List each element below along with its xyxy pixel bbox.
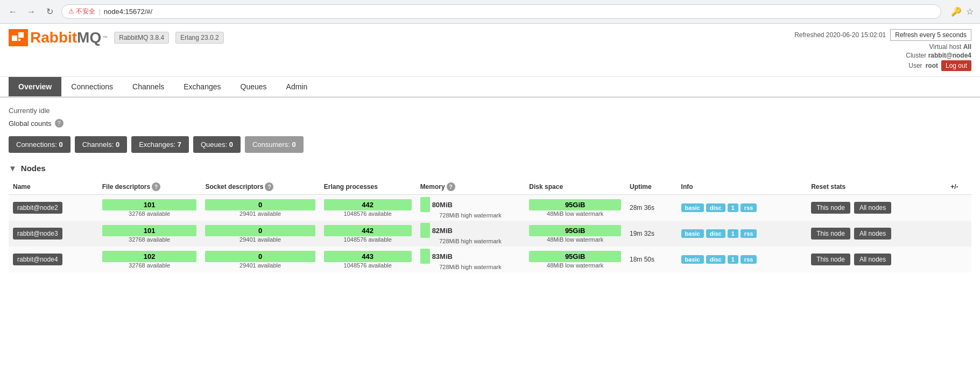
browser-chrome: ← → ↻ ⚠ 不安全 | node4:15672/#/ 🔑 ☆ xyxy=(0,0,980,24)
reset-btns: This node All nodes xyxy=(811,254,942,265)
memory-help-icon[interactable]: ? xyxy=(447,182,455,191)
socket-descriptors-cell: 0 29401 available xyxy=(201,195,319,221)
memory-value: 80MiB xyxy=(432,201,453,209)
cluster-row: Cluster rabbit@node4 xyxy=(794,52,971,59)
reset-this-node-button[interactable]: This node xyxy=(811,254,850,265)
erlang-processes-value: 442 xyxy=(324,225,412,236)
info-badges: basicdisc1rss xyxy=(681,255,803,264)
erlang-processes-cell: 442 1048576 available xyxy=(320,221,416,247)
memory-bar-wrap: 80MiB xyxy=(420,197,521,212)
erlang-version-badge: Erlang 23.0.2 xyxy=(175,32,223,44)
tab-admin[interactable]: Admin xyxy=(277,77,318,96)
rabbitmq-version-badge: RabbitMQ 3.8.4 xyxy=(114,32,169,44)
user-row: User root Log out xyxy=(794,60,971,71)
queues-count-button[interactable]: Queues: 0 xyxy=(193,136,241,153)
file-descriptors-value: 101 xyxy=(102,225,197,236)
reset-all-nodes-button[interactable]: All nodes xyxy=(854,202,891,214)
memory-bar-wrap: 82MiB xyxy=(420,223,521,238)
uptime-value: 19m 32s xyxy=(630,230,654,237)
file-descriptors-cell: 102 32768 available xyxy=(98,247,201,272)
connections-count-button[interactable]: Connections: 0 xyxy=(9,136,70,153)
erlang-processes-cell: 443 1048576 available xyxy=(320,247,416,272)
memory-bar xyxy=(420,197,430,212)
consumers-count-button[interactable]: Consumers: 0 xyxy=(245,136,304,153)
nodes-section-title: Nodes xyxy=(21,164,46,173)
logo-tm: ™ xyxy=(102,35,108,41)
nodes-section-header: ▼ Nodes xyxy=(9,164,971,173)
forward-button[interactable]: → xyxy=(25,5,38,18)
info-badge: disc xyxy=(706,255,725,264)
node-name-badge: rabbit@node2 xyxy=(13,202,62,214)
info-badge: basic xyxy=(681,255,704,264)
cluster-value: rabbit@node4 xyxy=(928,52,971,59)
collapse-icon[interactable]: ▼ xyxy=(9,164,17,173)
nodes-table: Name File descriptors ? Socket descripto… xyxy=(9,179,971,272)
socket-descriptors-help-icon[interactable]: ? xyxy=(265,182,273,191)
memory-cell: 82MiB 728MiB high watermark xyxy=(416,221,525,247)
reset-this-node-button[interactable]: This node xyxy=(811,202,850,214)
info-badges: basicdisc1rss xyxy=(681,229,803,238)
disk-space-value: 95GiB xyxy=(529,199,621,210)
reset-this-node-button[interactable]: This node xyxy=(811,228,850,240)
cluster-label: Cluster xyxy=(906,52,926,59)
plus-minus-cell xyxy=(946,247,971,272)
th-file-descriptors-label: File descriptors ? xyxy=(102,182,160,191)
reset-stats-cell: This node All nodes xyxy=(807,195,946,221)
star-icon: ☆ xyxy=(966,6,974,17)
virtual-host-label: Virtual host xyxy=(929,43,962,51)
tab-exchanges[interactable]: Exchanges xyxy=(174,77,230,96)
log-out-button[interactable]: Log out xyxy=(941,60,971,71)
plus-minus-cell xyxy=(946,195,971,221)
memory-value: 82MiB xyxy=(432,227,453,235)
refresh-button[interactable]: Refresh every 5 seconds xyxy=(890,29,971,41)
info-badge: rss xyxy=(741,203,757,212)
info-badge: basic xyxy=(681,229,704,238)
address-bar[interactable]: ⚠ 不安全 | node4:15672/#/ xyxy=(61,4,941,19)
top-bar: RabbitMQ™ RabbitMQ 3.8.4 Erlang 23.0.2 R… xyxy=(0,24,980,77)
memory-sub: 728MiB high watermark xyxy=(420,264,521,270)
global-counts-row: Global counts ? xyxy=(9,119,971,128)
info-badge: rss xyxy=(741,229,757,238)
virtual-host-value: All xyxy=(963,43,971,51)
nav-bar: Overview Connections Channels Exchanges … xyxy=(0,77,980,98)
tab-channels[interactable]: Channels xyxy=(123,77,174,96)
key-icon: 🔑 xyxy=(951,6,962,17)
reset-all-nodes-button[interactable]: All nodes xyxy=(854,228,891,240)
erlang-processes-sub: 1048576 available xyxy=(324,262,412,269)
info-badge: 1 xyxy=(728,255,738,264)
virtual-host-row: Virtual host All xyxy=(794,43,971,51)
socket-descriptors-value: 0 xyxy=(205,199,315,210)
erlang-processes-sub: 1048576 available xyxy=(324,210,412,217)
info-badge: rss xyxy=(741,255,757,264)
reset-all-nodes-button[interactable]: All nodes xyxy=(854,254,891,265)
erlang-processes-value: 443 xyxy=(324,251,412,262)
logo-rabbit: Rabbit xyxy=(30,29,77,46)
tab-overview[interactable]: Overview xyxy=(9,77,61,96)
reset-btns: This node All nodes xyxy=(811,228,942,240)
erlang-processes-value: 442 xyxy=(324,199,412,210)
logo-section: RabbitMQ™ RabbitMQ 3.8.4 Erlang 23.0.2 xyxy=(9,29,224,52)
socket-descriptors-value: 0 xyxy=(205,251,315,262)
back-button[interactable]: ← xyxy=(6,5,19,18)
user-value: root xyxy=(926,62,938,69)
channels-count-button[interactable]: Channels: 0 xyxy=(75,136,127,153)
tab-connections[interactable]: Connections xyxy=(61,77,123,96)
node-name-cell: rabbit@node4 xyxy=(9,247,98,272)
memory-bar-wrap: 83MiB xyxy=(420,249,521,264)
disk-space-cell: 95GiB 48MiB low watermark xyxy=(525,195,625,221)
refresh-info: Refreshed 2020-06-20 15:02:01 Refresh ev… xyxy=(794,29,971,41)
memory-sub: 728MiB high watermark xyxy=(420,212,521,219)
table-header-row: Name File descriptors ? Socket descripto… xyxy=(9,179,971,195)
file-descriptors-sub: 32768 available xyxy=(102,236,197,243)
global-counts-help-icon[interactable]: ? xyxy=(55,119,64,128)
memory-bar xyxy=(420,249,430,264)
exchanges-count-button[interactable]: Exchanges: 7 xyxy=(131,136,189,153)
file-descriptors-sub: 32768 available xyxy=(102,210,197,217)
tab-queues[interactable]: Queues xyxy=(231,77,277,96)
reload-button[interactable]: ↻ xyxy=(43,5,56,18)
file-descriptors-cell: 101 32768 available xyxy=(98,195,201,221)
th-disk-space: Disk space xyxy=(525,179,625,195)
th-memory: Memory ? xyxy=(416,179,525,195)
file-descriptors-help-icon[interactable]: ? xyxy=(152,182,160,191)
uptime-cell: 28m 36s xyxy=(625,195,677,221)
